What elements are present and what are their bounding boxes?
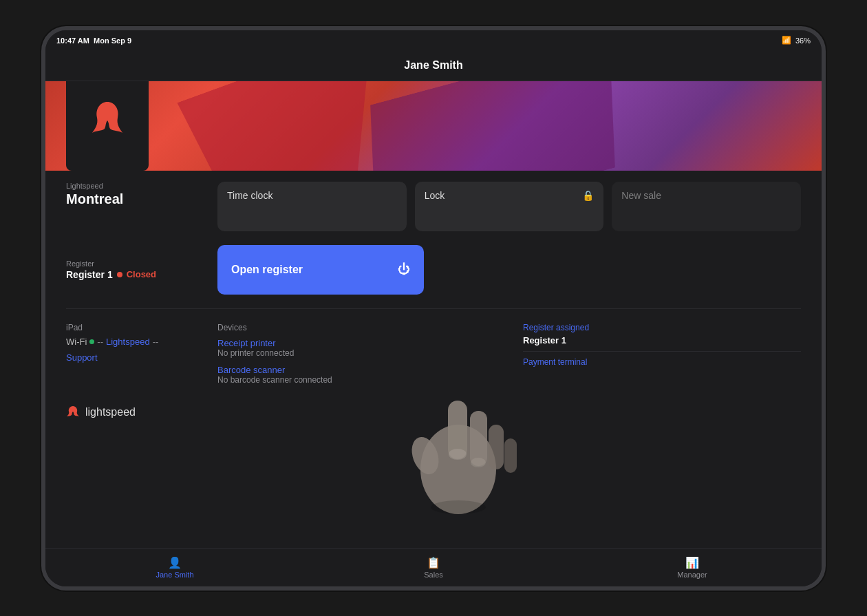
wifi-network: Lightspeed (106, 337, 150, 347)
lock-button[interactable]: Lock 🔒 (415, 182, 604, 231)
main-content: Lightspeed Montreal Time clock Lock 🔒 Ne… (45, 171, 822, 548)
devices-col: Devices Receipt printer No printer conne… (217, 323, 495, 392)
logo-box (66, 81, 149, 171)
manager-icon: 📊 (685, 556, 699, 569)
top-bar-title: Jane Smith (404, 59, 462, 72)
wifi-dashes: -- (97, 337, 103, 347)
register-assigned-link[interactable]: Register assigned (523, 323, 801, 332)
lock-label: Lock (425, 190, 445, 201)
status-bar: 10:47 AM Mon Sep 9 📶 36% (45, 30, 822, 51)
screen: Jane Smith Lightspeed Montreal Time cloc (45, 51, 822, 586)
top-bar: Jane Smith (45, 51, 822, 81)
status-right: 📶 36% (782, 36, 811, 45)
barcode-scanner-status: No barcode scanner connected (217, 375, 495, 385)
hero-banner (45, 81, 822, 171)
payment-terminal-link[interactable]: Payment terminal (523, 357, 801, 367)
battery-icon: 36% (795, 36, 811, 45)
lightspeed-logo-svg (87, 98, 128, 147)
open-register-label: Open register (231, 264, 303, 276)
barcode-scanner-link[interactable]: Barcode scanner (217, 365, 495, 375)
wifi-icon: 📶 (782, 36, 791, 45)
time-clock-button[interactable]: Time clock (217, 182, 407, 231)
receipt-printer-link[interactable]: Receipt printer (217, 338, 495, 348)
register-status-closed: Closed (127, 269, 156, 279)
register-section: Register Register 1 Closed Open register… (45, 231, 822, 295)
user-icon: 👤 (168, 556, 182, 569)
nav-label-manager: Manager (677, 571, 707, 579)
location-label: Lightspeed (66, 182, 190, 190)
wifi-row: Wi-Fi -- Lightspeed -- (66, 337, 190, 347)
receipt-printer-item: Receipt printer No printer connected (217, 338, 495, 358)
register-name-row: Register 1 Closed (66, 269, 190, 280)
register-assigned-col: Register assigned Register 1 Payment ter… (523, 323, 801, 392)
reg-assigned-divider (523, 351, 801, 352)
status-time: 10:47 AM Mon Sep 9 (56, 36, 131, 45)
power-icon: ⏻ (398, 262, 410, 277)
ipad-label: iPad (66, 323, 190, 332)
wifi-dot (89, 339, 94, 344)
location-name: Montreal (66, 191, 190, 207)
devices-label: Devices (217, 323, 495, 332)
status-dot-red (117, 272, 122, 277)
wifi-dashes2: -- (153, 337, 159, 347)
support-link[interactable]: Support (66, 352, 98, 363)
device-section: iPad Wi-Fi -- Lightspeed -- Support Devi… (45, 323, 822, 392)
footer-brand-name: lightspeed (85, 406, 136, 418)
location-section: Lightspeed Montreal Time clock Lock 🔒 Ne… (45, 171, 822, 231)
new-sale-button[interactable]: New sale (612, 182, 801, 231)
new-sale-label: New sale (621, 190, 661, 201)
barcode-scanner-item: Barcode scanner No barcode scanner conne… (217, 365, 495, 385)
tablet-side-button (41, 291, 44, 326)
bottom-nav: 👤 Jane Smith 📋 Sales 📊 Manager (45, 548, 822, 586)
nav-item-jane-smith[interactable]: 👤 Jane Smith (45, 551, 304, 584)
divider-1 (66, 308, 801, 309)
action-buttons-row: Time clock Lock 🔒 New sale (217, 182, 801, 231)
register-name: Register 1 (66, 269, 113, 280)
register-info: Register Register 1 Closed (66, 259, 190, 280)
register-label: Register (66, 259, 190, 268)
register-assigned-value: Register 1 (523, 335, 801, 346)
time-clock-label: Time clock (227, 190, 272, 201)
footer-brand: lightspeed (45, 392, 822, 433)
nav-item-manager[interactable]: 📊 Manager (563, 551, 822, 584)
ipad-col: iPad Wi-Fi -- Lightspeed -- Support (66, 323, 190, 392)
lock-icon: 🔒 (582, 190, 594, 201)
nav-label-sales: Sales (424, 571, 443, 579)
wifi-text: Wi-Fi (66, 337, 87, 347)
tablet-right-button (823, 303, 826, 314)
receipt-printer-status: No printer connected (217, 348, 495, 358)
location-info: Lightspeed Montreal (66, 182, 190, 207)
sales-icon: 📋 (427, 556, 440, 569)
tablet-frame: 10:47 AM Mon Sep 9 📶 36% Jane Smith (41, 26, 826, 591)
nav-label-jane-smith: Jane Smith (156, 571, 193, 579)
nav-item-sales[interactable]: 📋 Sales (304, 551, 563, 584)
open-register-button[interactable]: Open register ⏻ (217, 245, 424, 295)
footer-flame-icon (66, 405, 80, 419)
